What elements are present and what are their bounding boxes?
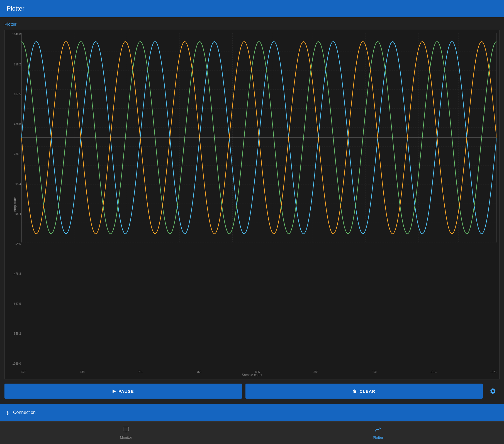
x-tick: 701 xyxy=(138,371,143,374)
connection-bar[interactable]: ❯ Connection xyxy=(0,404,504,421)
x-tick: 1013 xyxy=(430,371,436,374)
app-header: Plotter xyxy=(0,0,504,17)
clear-icon: 🗑 xyxy=(353,389,357,394)
x-tick: 576 xyxy=(21,371,26,374)
y-tick: 856.2 xyxy=(14,63,21,66)
y-tick: 286.1 xyxy=(14,153,21,156)
settings-button[interactable] xyxy=(486,384,500,398)
nav-item-plotter[interactable]: Plotter xyxy=(252,421,504,444)
nav-label-plotter: Plotter xyxy=(373,435,383,440)
pause-label: PAUSE xyxy=(118,389,134,394)
main-content: Plotter Amplitude 1049.0 856.2 667.5 476… xyxy=(0,17,504,404)
x-tick: 950 xyxy=(372,371,377,374)
monitor-icon xyxy=(123,426,129,434)
chart-svg xyxy=(21,33,496,242)
chevron-down-icon: ❯ xyxy=(6,410,9,415)
y-tick: 95.4 xyxy=(16,183,21,186)
x-tick: 1075 xyxy=(490,371,496,374)
x-tick: 763 xyxy=(197,371,201,374)
gear-icon xyxy=(490,388,496,394)
pause-icon: ▶ xyxy=(113,389,116,394)
bottom-nav: Monitor Plotter xyxy=(0,421,504,444)
x-tick: 638 xyxy=(80,371,85,374)
y-ticks: 1049.0 856.2 667.5 476.8 286.1 95.4 -95.… xyxy=(9,33,21,365)
y-tick: 667.5 xyxy=(14,93,21,96)
y-tick: -286 xyxy=(15,242,21,246)
y-tick: 1049.0 xyxy=(12,33,21,36)
y-tick: -858.2 xyxy=(13,332,21,335)
connection-label: Connection xyxy=(13,410,36,415)
y-tick: -667.5 xyxy=(13,302,21,305)
x-axis-label: Sample count xyxy=(242,373,262,377)
clear-button[interactable]: 🗑 CLEAR xyxy=(245,384,483,399)
plotter-icon xyxy=(375,426,381,434)
controls-bar: ▶ PAUSE 🗑 CLEAR xyxy=(4,383,500,399)
y-tick: -476.8 xyxy=(13,272,21,275)
clear-label: CLEAR xyxy=(359,389,375,394)
y-tick: -1049.0 xyxy=(11,362,21,365)
section-label: Plotter xyxy=(4,22,500,26)
pause-button[interactable]: ▶ PAUSE xyxy=(4,384,242,399)
app-title: Plotter xyxy=(7,5,25,12)
chart-container: Amplitude 1049.0 856.2 667.5 476.8 286.1… xyxy=(4,30,500,379)
svg-rect-24 xyxy=(123,427,129,431)
nav-item-monitor[interactable]: Monitor xyxy=(0,421,252,444)
y-tick: 476.8 xyxy=(14,123,21,126)
nav-label-monitor: Monitor xyxy=(120,435,132,440)
y-tick: -95.4 xyxy=(14,212,21,215)
x-tick: 888 xyxy=(313,371,318,374)
